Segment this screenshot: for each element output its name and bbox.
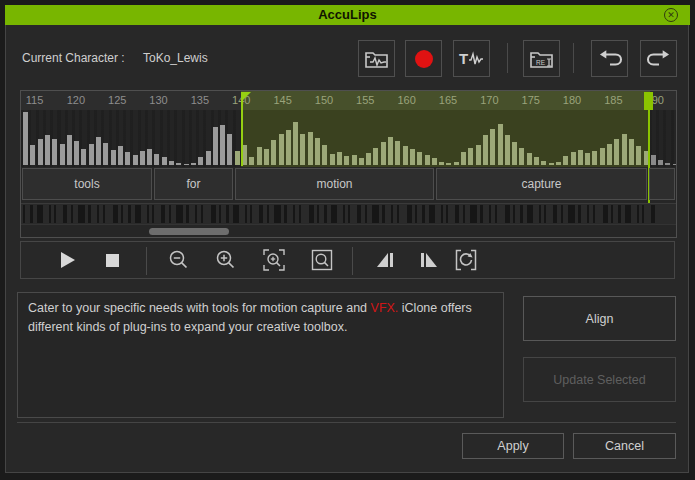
- text-waveform-icon: T: [459, 50, 484, 68]
- script-highlight: VFX.: [371, 301, 399, 315]
- waveform-bar: [425, 155, 430, 165]
- phoneme-mark: [603, 205, 608, 223]
- phoneme-mark: [233, 205, 239, 223]
- waveform-bar: [556, 162, 561, 165]
- undo-button[interactable]: [591, 40, 628, 77]
- align-button[interactable]: Align: [523, 296, 676, 341]
- waveform-bar: [476, 145, 481, 165]
- ruler-tick-label: 175: [522, 94, 540, 106]
- waveform-bar: [468, 148, 473, 165]
- phoneme-mark: [553, 205, 557, 223]
- phoneme-mark: [71, 205, 73, 223]
- dialog-title: AccuLips: [5, 5, 690, 25]
- undo-icon: [597, 48, 623, 70]
- timeline-scrollbar[interactable]: [21, 224, 676, 238]
- redo-button[interactable]: [640, 40, 677, 77]
- waveform-bar: [235, 151, 240, 165]
- word-block-tools[interactable]: tools: [22, 168, 152, 200]
- folder-waveform-icon: [364, 48, 390, 70]
- phoneme-mark: [343, 205, 345, 223]
- waveform-bar: [366, 153, 371, 165]
- record-button[interactable]: [405, 40, 442, 77]
- waveform-bar: [483, 135, 488, 165]
- stop-button[interactable]: [95, 242, 129, 278]
- waveform-bar: [213, 127, 218, 165]
- phoneme-mark: [397, 205, 399, 223]
- phoneme-mark: [201, 205, 203, 223]
- phoneme-mark: [245, 205, 247, 223]
- phoneme-mark: [30, 205, 33, 223]
- ruler-tick-label: 135: [191, 94, 209, 106]
- zoom-selection-button[interactable]: [257, 242, 291, 278]
- stop-icon: [106, 254, 119, 267]
- phoneme-mark: [382, 205, 385, 223]
- selection-start-line[interactable]: [241, 92, 243, 166]
- waveform-bar: [403, 146, 408, 165]
- clip-end-button[interactable]: [412, 242, 446, 278]
- zoom-selection-icon: [262, 248, 286, 272]
- apply-button[interactable]: Apply: [462, 433, 564, 459]
- phoneme-mark: [331, 205, 337, 223]
- zoom-in-button[interactable]: [209, 242, 243, 278]
- phoneme-mark: [267, 205, 269, 223]
- waveform-bar: [658, 160, 663, 165]
- phoneme-mark: [274, 205, 281, 223]
- word-block-empty[interactable]: [649, 168, 675, 200]
- waveform-bar: [30, 145, 35, 165]
- phoneme-mark: [446, 205, 448, 223]
- import-script-button[interactable]: RE: [523, 40, 560, 77]
- play-button[interactable]: [51, 242, 85, 278]
- phoneme-mark: [186, 205, 189, 223]
- phoneme-mark: [391, 205, 393, 223]
- zoom-out-button[interactable]: [162, 242, 196, 278]
- waveform-bar: [125, 152, 130, 165]
- cancel-button[interactable]: Cancel: [573, 433, 676, 459]
- clip-start-button[interactable]: [368, 242, 402, 278]
- phoneme-mark: [470, 205, 477, 223]
- word-block-for[interactable]: for: [154, 168, 233, 200]
- loop-button[interactable]: [449, 242, 483, 278]
- ruler-tick-label: 170: [480, 94, 498, 106]
- redo-icon: [646, 48, 672, 70]
- ruler-tick-label: 125: [108, 94, 126, 106]
- waveform-bar: [308, 132, 313, 165]
- waveform-bar: [454, 162, 459, 165]
- ruler-tick-label: 145: [273, 94, 291, 106]
- zoom-out-icon: [168, 249, 190, 271]
- ramp-in-icon: [377, 253, 393, 267]
- ruler-tick-label: 155: [356, 94, 374, 106]
- waveform-bar: [38, 139, 43, 165]
- selection-start-flag[interactable]: [243, 92, 251, 100]
- phoneme-mark: [128, 205, 131, 223]
- waveform-bar: [534, 157, 539, 165]
- phoneme-mark: [587, 205, 589, 223]
- text-to-speech-button[interactable]: T: [453, 40, 490, 77]
- waveform-bar: [300, 134, 305, 165]
- import-audio-button[interactable]: [358, 40, 395, 77]
- word-block-motion[interactable]: motion: [235, 168, 434, 200]
- playhead-handle[interactable]: [644, 92, 653, 110]
- waveform-bar: [410, 149, 415, 165]
- zoom-fit-button[interactable]: [305, 242, 339, 278]
- phoneme-mark: [37, 205, 43, 223]
- phoneme-mark: [147, 205, 149, 223]
- phoneme-mark: [299, 205, 301, 223]
- word-block-capture[interactable]: capture: [436, 168, 647, 200]
- waveform-bar: [381, 142, 386, 165]
- phoneme-mark: [219, 205, 221, 223]
- script-text-area[interactable]: Cater to your specific needs with tools …: [17, 292, 504, 418]
- phoneme-mark: [317, 205, 319, 223]
- waveform-bar: [344, 156, 349, 165]
- waveform-bar: [45, 135, 50, 165]
- phoneme-mark: [455, 205, 459, 223]
- waveform-timeline[interactable]: 1151201251301351401451501551601651701751…: [20, 90, 677, 238]
- scrollbar-thumb[interactable]: [149, 228, 229, 235]
- script-text: Cater to your specific needs with tools …: [28, 301, 371, 315]
- ruler-tick-label: 180: [563, 94, 581, 106]
- phoneme-mark: [611, 205, 613, 223]
- waveform-bar: [206, 151, 211, 165]
- close-icon[interactable]: ✕: [664, 8, 678, 22]
- phoneme-mark: [49, 205, 51, 223]
- waveform-bar: [673, 164, 677, 165]
- waveform-bar: [549, 163, 554, 165]
